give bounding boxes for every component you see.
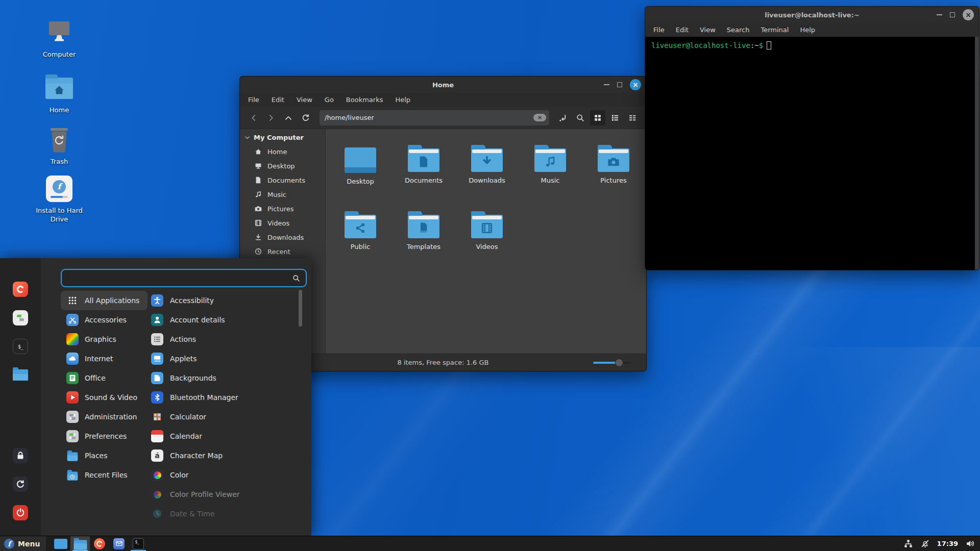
sidebar-group-my-computer[interactable]: My Computer [240,132,325,144]
sidebar-item-pictures[interactable]: Pictures [240,202,325,216]
fm-item-pictures[interactable]: Pictures [582,143,645,204]
app-color[interactable]: Color [151,465,240,485]
reload-button[interactable] [298,110,313,126]
taskbar-firefox[interactable] [90,536,109,551]
category-sound-video[interactable]: Sound & Video [61,388,145,407]
sidebar-item-home[interactable]: Home [240,144,325,159]
category-administration[interactable]: Administration [61,407,145,427]
category-all-applications[interactable]: All Applications [61,291,148,310]
category-recent-files[interactable]: Recent Files [61,465,136,485]
sidebar-item-downloads[interactable]: Downloads [240,230,325,244]
category-places[interactable]: Places [61,446,116,465]
network-icon[interactable] [903,539,913,548]
fm-menu-file[interactable]: File [248,96,259,104]
taskbar-menu-button[interactable]: f Menu [0,536,46,551]
fm-menu-edit[interactable]: Edit [272,96,284,104]
icon-view-button[interactable] [590,110,605,126]
fm-item-downloads[interactable]: Downloads [455,143,519,204]
app-applets[interactable]: Applets [151,349,240,368]
app-color-profile-viewer[interactable]: Color Profile Viewer [151,485,240,504]
menu-button-terminal[interactable]: $_ [13,339,28,354]
fm-menu-bookmarks[interactable]: Bookmarks [346,96,383,104]
category-internet[interactable]: Internet [61,349,121,368]
taskbar-terminal[interactable]: $_ [129,536,148,551]
fm-item-desktop[interactable]: Desktop [329,143,392,204]
search-button[interactable] [573,110,588,126]
terminal-menu-edit[interactable]: Edit [676,26,689,34]
category-office[interactable]: Office [61,368,114,388]
search-icon [576,113,585,122]
fm-item-public[interactable]: Public [329,210,392,270]
sidebar-item-desktop[interactable]: Desktop [240,159,325,173]
category-accessories[interactable]: Accessories [61,310,135,330]
clear-path-icon[interactable]: × [533,114,546,121]
menu-button-lock-screen[interactable] [13,448,28,463]
fm-item-videos[interactable]: Videos [455,210,519,270]
menu-button-browser[interactable] [13,282,28,297]
fm-titlebar[interactable]: Home × [240,77,646,93]
fm-content[interactable]: DesktopDocumentsDownloadsMusicPicturesPu… [326,129,646,354]
taskbar-desktop-pager[interactable] [51,536,70,551]
fm-item-music[interactable]: Music [519,143,582,204]
fm-menu-go[interactable]: Go [325,96,334,104]
minimize-button[interactable] [937,14,942,15]
fm-path-input[interactable] [325,114,533,121]
apps-scrollbar[interactable] [299,290,302,327]
up-button[interactable] [281,110,296,126]
terminal-titlebar[interactable]: liveuser@localhost-live:~ × [645,7,979,23]
bell-slash-icon[interactable] [920,539,930,548]
fm-menu-help[interactable]: Help [395,96,410,104]
terminal-menu-search[interactable]: Search [727,26,750,34]
icon-zoom-slider[interactable] [593,354,631,371]
detailed-list-view-button[interactable] [607,110,623,126]
menu-button-shutdown[interactable] [13,505,28,520]
desktop-icon-install[interactable]: fInstall to Hard Drive [29,174,90,224]
slider-handle[interactable] [615,359,623,367]
maximize-button[interactable] [950,12,955,17]
taskbar-mail[interactable] [109,536,129,551]
menu-button-leave[interactable] [13,477,28,492]
fm-item-templates[interactable]: Templates [392,210,455,270]
category-preferences[interactable]: Preferences [61,427,135,446]
volume-icon[interactable] [965,539,975,548]
app-account-details[interactable]: Account details [151,310,240,330]
app-character-map[interactable]: áCharacter Map [151,446,240,465]
sidebar-item-documents[interactable]: Documents [240,173,325,187]
sidebar-item-music[interactable]: Music [240,187,325,202]
app-bluetooth-manager[interactable]: Bluetooth Manager [151,388,240,407]
taskbar-file-manager[interactable] [70,536,90,551]
sidebar-item-videos[interactable]: Videos [240,216,325,230]
menu-search-input[interactable] [67,274,292,282]
forward-button[interactable] [263,110,279,126]
app-date-time[interactable]: Date & Time [151,504,240,523]
maximize-button[interactable] [617,82,622,87]
category-graphics[interactable]: Graphics [61,330,125,349]
fm-item-documents[interactable]: Documents [392,143,455,204]
app-label: Calculator [170,413,206,421]
back-button[interactable] [246,110,261,126]
terminal-menu-terminal[interactable]: Terminal [761,26,789,34]
jump-to-path-button[interactable] [555,110,571,126]
app-accessibility[interactable]: Accessibility [151,291,240,310]
desktop-icon-trash[interactable]: Trash [29,126,90,166]
fm-menu-view[interactable]: View [297,96,312,104]
app-calendar[interactable]: Calendar [151,427,240,446]
terminal-screen[interactable]: liveuser@localhost-live:~$ [645,37,979,270]
sidebar-item-recent[interactable]: Recent [240,244,325,259]
desktop-icon-computer[interactable]: Computer [29,18,90,59]
compact-view-button[interactable] [625,110,640,126]
app-calculator[interactable]: Calculator [151,407,240,427]
desktop-icon-home[interactable]: Home [29,74,90,115]
taskbar-clock[interactable]: 17:39 [937,540,958,547]
app-backgrounds[interactable]: Backgrounds [151,368,240,388]
terminal-scrollbar[interactable] [975,37,979,270]
terminal-menu-view[interactable]: View [700,26,716,34]
minimize-button[interactable] [604,84,609,85]
close-button[interactable]: × [630,79,641,90]
terminal-menu-help[interactable]: Help [800,26,815,34]
app-actions[interactable]: Actions [151,330,240,349]
terminal-menu-file[interactable]: File [653,26,665,34]
close-button[interactable]: × [963,9,974,20]
menu-button-settings[interactable] [13,310,28,325]
menu-button-file-manager[interactable] [13,369,28,381]
